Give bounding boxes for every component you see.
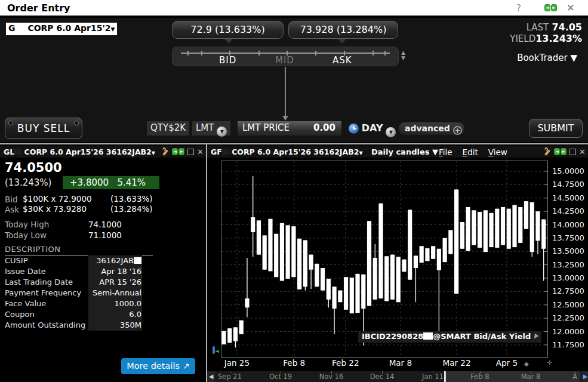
ask-pointer [338,39,346,44]
diamond-marker-icon[interactable]: ◆ [524,361,529,367]
overlay-series-name: @SMART Bid/Ask Yield [433,332,531,341]
redacted-ticker [14,149,21,155]
slider-bid-label[interactable]: BID [219,55,236,66]
menu-view[interactable]: View [488,147,507,157]
quantity-chip[interactable]: QTY$2K [147,121,189,135]
last-price: 74.0500 [5,161,62,175]
today-high-label: Today High [5,220,49,229]
more-details-button[interactable]: More details ↗ [121,358,195,374]
booktrader-dropdown[interactable]: BookTrader ▼ [517,53,577,63]
link-group-icon[interactable]: ◄► [554,148,567,155]
advanced-label: advanced [405,124,450,133]
tif-dropdown-icon[interactable]: ▼ [386,127,396,137]
x-axis-tick: Mar 22 [436,358,478,368]
slider-ask-label[interactable]: ASK [333,55,352,66]
chart-panel-header: GF CORP 6.0 Apr15'26 36162JAB2▼ Daily ca… [207,146,588,158]
limit-price-label: LMT PRICE [242,121,290,135]
wrench-settings-icon[interactable] [161,147,169,156]
ask-size-price: $30K x 73.9280 [23,204,87,214]
scrollbar-date-label: Jan 11 [415,372,451,381]
field-value: 36162JAB [96,256,141,265]
link-group-icon[interactable]: ◄► [544,4,557,11]
scroll-to-start-icon[interactable]: ◄ [211,346,220,355]
slider-mid-label[interactable]: MID [275,55,294,66]
description-row: CUSIP36162JAB [0,255,206,266]
field-value: 1000.0 [115,299,142,308]
order-entry-panel: G CORP 6.0 Apr15'2▼ 72.9 (13.633%) 73.92… [0,18,588,142]
change-percent: 5.41% [117,177,146,188]
quote-panel-header: GL CORP 6.0 Apr15'26 36162JAB2▼ ◄► ✕ [0,146,206,158]
scrollbar-date-label: Dec 14 [364,372,400,381]
advanced-button[interactable]: advanced + [399,122,464,135]
chevron-down-icon: ▼ [110,26,115,32]
x-axis-tick: Jan 25 [216,358,258,368]
pan-right-icon[interactable]: ✛ [547,359,552,366]
yield-label: YIELD [510,33,535,44]
period-dropdown[interactable]: Daily candles ▼ [371,147,438,156]
price-to-limit-arrow [285,67,286,116]
tif-chip[interactable]: DAY ▼ [345,121,399,135]
bottom-section: GL CORP 6.0 Apr15'26 36162JAB2▼ ◄► ✕ 74.… [0,143,588,382]
limit-price-field[interactable]: LMT PRICE 0.00 [238,121,341,135]
expand-icon[interactable] [187,149,194,155]
last-label: LAST [527,22,549,33]
slider-track [181,53,390,54]
instrument-ticker-prefix: G [8,23,16,33]
menu-file[interactable]: File [439,147,452,157]
field-value: 350M [120,321,141,329]
help-icon[interactable]: ? [516,3,521,14]
bid-size-price: $100K x 72.9000 [23,194,92,204]
cursor-pointer-icon [532,333,539,340]
clock-icon [349,124,359,134]
field-value: APR 15 '26 [99,278,141,286]
field-label: Amount Outstanding [5,321,85,329]
bid-label: Bid [5,195,18,204]
wrench-settings-icon[interactable] [543,147,551,156]
close-icon[interactable]: ✕ [197,148,204,156]
today-low-value: 71.1000 [88,230,122,240]
order-type-label: LMT [196,122,214,133]
y-axis-tick: 14.2500 [552,207,588,215]
scrollbar-date-label: Oct 19 [263,372,298,381]
limit-price-value[interactable]: 0.00 [313,121,335,135]
scrollbar-date-label: Sep 21 [212,372,248,381]
buy-sell-label: BUY SELL [17,122,70,134]
expand-icon[interactable] [569,149,576,155]
menu-bar: FileEditView [439,147,507,157]
price-slider[interactable]: BID MID ASK [172,47,399,66]
description-row: Payment FrequencySemi-Annual [0,288,206,298]
description-row: Coupon6.0 [0,309,206,320]
tif-label: DAY [362,122,383,134]
submit-button[interactable]: SUBMIT [529,119,583,138]
chart-time-scrollbar[interactable]: ◀ Sep 21Oct 19Nov 16Dec 14Jan 11Feb 8Mar… [207,371,588,382]
last-value: 74.05 [552,21,582,33]
link-group-icon[interactable]: ◄► [172,148,184,155]
y-axis-tick: 12.2500 [552,313,588,322]
x-axis-tick: Apr 5 [486,358,528,368]
quote-details-panel: GL CORP 6.0 Apr15'26 36162JAB2▼ ◄► ✕ 74.… [0,144,206,382]
close-icon[interactable]: ✕ [567,2,575,14]
series-overlay-label[interactable]: IBCID2290828@SMART Bid/Ask Yield [358,331,541,343]
y-axis-tick: 15.0000 [552,167,588,175]
price-spinner[interactable]: ▲▼ [401,50,405,61]
instrument-selector[interactable]: G CORP 6.0 Apr15'2▼ [6,23,117,35]
scrollbar-date-label: Feb 8 [462,372,498,381]
order-type-dropdown-icon[interactable]: ▼ [217,127,227,137]
redacted-account [423,332,433,340]
y-axis-tick: 13.2500 [552,260,588,269]
scrollbar-right-arrow[interactable]: ▶ [581,371,588,382]
chevron-down-icon: ▼ [152,150,155,156]
buy-sell-button[interactable]: BUY SELL [5,118,82,139]
change-badge: +3.8000 5.41% [63,176,159,189]
candlestick-chart[interactable] [221,161,548,358]
bid-price-bubble[interactable]: 72.9 (13.633%) [172,21,284,39]
menu-edit[interactable]: Edit [463,147,478,157]
ask-price-bubble[interactable]: 73.928 (13.284%) [288,21,398,39]
close-icon[interactable]: ✕ [579,148,586,156]
buy-knob [8,121,13,125]
last-yield: (13.243%) [5,177,51,188]
order-type-chip[interactable]: LMT ▼ [192,121,230,135]
redaction-box [134,257,141,264]
y-axis-tick: 13.7500 [552,233,588,242]
bid-pointer [224,39,233,44]
